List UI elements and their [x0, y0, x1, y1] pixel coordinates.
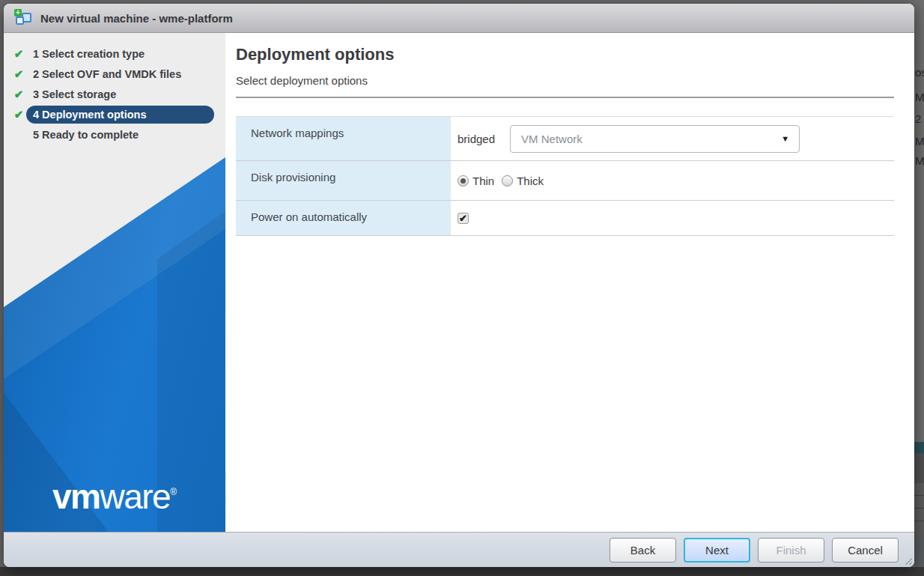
power-on-label: Power on automatically [236, 201, 451, 235]
checkbox-check-icon: ✔ [459, 213, 467, 223]
background-text-fragment: M [915, 91, 924, 103]
vmware-logo: vmware® [4, 479, 225, 514]
power-on-row: Power on automatically ✔ [236, 201, 894, 236]
background-text-fragment: 2 [915, 112, 921, 125]
dialog-footer: Back Next Finish Cancel [4, 532, 914, 567]
wizard-main-panel: Deployment options Select deployment opt… [225, 33, 914, 532]
back-button[interactable]: Back [610, 538, 676, 563]
vm-square-front [16, 16, 24, 25]
step-label: 5 Ready to complete [26, 126, 214, 144]
power-on-value: ✔ [451, 201, 894, 235]
network-mappings-row: Network mappings bridged VM Network ▼ [236, 117, 894, 161]
vmware-logo-ware: ware [100, 477, 170, 516]
chevron-down-icon: ▼ [781, 134, 789, 143]
network-key-label: bridged [458, 133, 495, 145]
disk-provisioning-label: Disk provisioning [236, 161, 451, 200]
deployment-options-table: Network mappings bridged VM Network ▼ Di… [236, 116, 894, 236]
dialog-title-bar: + New virtual machine - wme-platform [4, 4, 914, 33]
registered-mark: ® [170, 487, 177, 497]
dimmed-background-strip: os M 2 M M [914, 0, 924, 576]
disk-provisioning-row: Disk provisioning Thin Thick [236, 161, 894, 201]
step-label: 4 Deployment options [26, 106, 214, 124]
thick-radio[interactable] [502, 175, 513, 187]
thin-radio[interactable] [458, 175, 469, 187]
step-label: 2 Select OVF and VMDK files [26, 65, 214, 83]
divider [236, 97, 894, 98]
page-subtitle: Select deployment options [236, 74, 894, 87]
thick-radio-label[interactable]: Thick [517, 175, 544, 187]
background-band [914, 453, 924, 483]
disk-provisioning-value: Thin Thick [451, 161, 894, 200]
cancel-button[interactable]: Cancel [832, 538, 899, 563]
network-select[interactable]: VM Network ▼ [510, 125, 800, 153]
background-band [914, 442, 924, 453]
plus-badge-icon: + [14, 9, 22, 16]
finish-button[interactable]: Finish [758, 538, 824, 563]
dialog-body: ✔ 1 Select creation type ✔ 2 Select OVF … [4, 33, 914, 532]
check-icon: ✔ [11, 47, 26, 61]
dimmed-background-bottom [0, 567, 924, 576]
step-deployment-options[interactable]: ✔ 4 Deployment options [4, 104, 225, 124]
network-mappings-value: bridged VM Network ▼ [451, 117, 894, 160]
resize-handle[interactable] [904, 557, 912, 565]
step-select-ovf-vmdk-files[interactable]: ✔ 2 Select OVF and VMDK files [4, 64, 225, 84]
step-select-creation-type[interactable]: ✔ 1 Select creation type [4, 43, 225, 64]
page-title: Deployment options [236, 45, 894, 64]
next-button[interactable]: Next [684, 538, 750, 563]
network-mappings-label: Network mappings [236, 117, 451, 160]
background-text-fragment: os [915, 66, 924, 79]
step-label: 1 Select creation type [26, 45, 214, 63]
background-band [914, 533, 924, 567]
step-select-storage[interactable]: ✔ 3 Select storage [4, 84, 225, 104]
new-vm-icon: + [15, 10, 33, 26]
wizard-steps-sidebar: ✔ 1 Select creation type ✔ 2 Select OVF … [4, 33, 225, 532]
step-label: 3 Select storage [26, 85, 214, 103]
new-vm-wizard-dialog: + New virtual machine - wme-platform ✔ 1… [4, 4, 914, 567]
steps-list: ✔ 1 Select creation type ✔ 2 Select OVF … [4, 33, 225, 145]
dialog-title: New virtual machine - wme-platform [40, 12, 233, 25]
background-table-rows [914, 483, 924, 533]
thin-radio-label[interactable]: Thin [472, 175, 494, 187]
check-icon: ✔ [11, 88, 26, 101]
check-icon: ✔ [11, 67, 26, 81]
power-on-checkbox[interactable]: ✔ [458, 213, 469, 224]
step-ready-to-complete[interactable]: 5 Ready to complete [4, 124, 225, 145]
check-icon: ✔ [11, 108, 26, 121]
background-text-fragment: M [915, 135, 924, 148]
background-text-fragment: M [915, 154, 924, 167]
vmware-logo-vm: vm [52, 477, 100, 516]
network-select-value: VM Network [521, 133, 583, 145]
